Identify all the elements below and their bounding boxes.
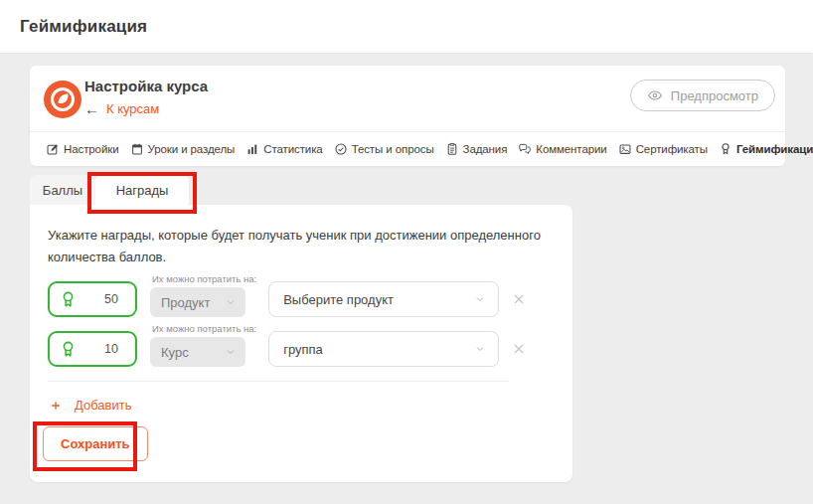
tab-statistics[interactable]: Статистика [245,142,322,156]
reward-row: 50 Их можно потратить на: Продукт Выбери… [48,274,527,317]
course-settings-card: Настройка курса ← К курсам Предпросмотр [30,66,785,166]
save-button[interactable]: Сохранить [43,426,148,461]
reward-row: 10 Их можно потратить на: Курс группа [48,324,527,367]
back-arrow-icon: ← [84,101,99,116]
calendar-icon [130,142,144,156]
spend-type-select[interactable]: Курс [150,337,245,367]
chat-bubbles-icon [518,142,532,156]
course-title: Настройка курса [84,78,208,94]
preview-button[interactable]: Предпросмотр [630,80,775,111]
reward-target-select[interactable]: Выберите продукт [268,281,499,317]
preview-button-label: Предпросмотр [671,88,758,103]
tab-tasks[interactable]: Задания [445,142,508,156]
remove-row-icon[interactable] [511,291,527,307]
spend-label: Их можно потратить на: [152,324,256,334]
subtab-rewards[interactable]: Награды [95,175,189,206]
points-value: 50 [104,292,118,306]
tab-gamification[interactable]: Геймификация [719,142,813,156]
back-to-courses-link[interactable]: ← К курсам [84,101,159,116]
spend-type-select[interactable]: Продукт [150,287,245,317]
spend-type-column: Их можно потратить на: Продукт [150,274,256,317]
subtab-points[interactable]: Баллы [30,175,95,205]
medal-icon [59,340,78,359]
medal-icon [719,142,732,156]
course-logo-icon [43,80,82,119]
tab-certificates[interactable]: Сертификаты [618,142,708,156]
add-reward-button[interactable]: Добавить [50,398,131,413]
course-nav-tabs: Настройки Уроки и разделы Статистика [30,131,785,166]
chevron-down-icon [474,343,486,355]
tab-lessons[interactable]: Уроки и разделы [130,142,236,156]
tab-comments[interactable]: Комментарии [518,142,606,156]
spend-type-column: Их можно потратить на: Курс [150,324,256,367]
reward-target-select[interactable]: группа [268,331,499,367]
add-button-label: Добавить [75,398,131,413]
rewards-panel: Укажите награды, которые будет получать … [30,205,572,482]
edit-icon [46,142,60,156]
tab-tests[interactable]: Тесты и опросы [334,142,434,156]
course-card-header: Настройка курса ← К курсам Предпросмотр [30,66,785,131]
spend-label: Их можно потратить на: [152,274,256,284]
chevron-down-icon [474,293,486,305]
page-header: Геймификация [0,0,813,53]
medal-icon [59,290,78,309]
chevron-down-icon [225,296,237,308]
points-input[interactable]: 10 [48,331,137,367]
plus-icon [50,400,62,412]
tab-settings[interactable]: Настройки [46,142,119,156]
check-circle-icon [334,142,348,156]
clipboard-icon [445,142,459,156]
back-link-label: К курсам [106,101,159,116]
reward-rows: 50 Их можно потратить на: Продукт Выбери… [48,274,527,374]
divider [48,381,509,382]
bar-chart-icon [245,142,259,156]
remove-row-icon[interactable] [511,341,527,357]
rewards-description: Укажите награды, которые будет получать … [48,225,550,269]
points-input[interactable]: 50 [48,281,137,317]
page-title: Геймификация [20,17,147,37]
image-icon [618,142,632,156]
gamification-page: Геймификация Настройка курса ← К курсам [0,0,813,504]
chevron-down-icon [225,346,237,358]
eye-icon [647,87,663,103]
points-value: 10 [104,342,118,356]
